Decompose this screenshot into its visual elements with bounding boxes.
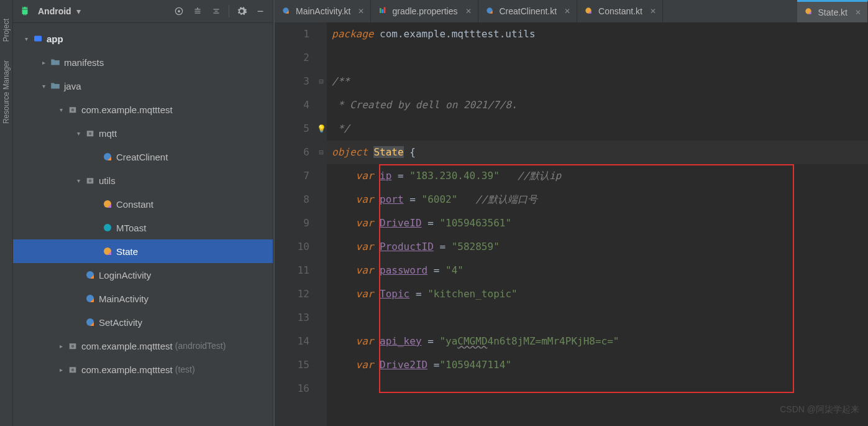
tree-mtoast[interactable]: MToast xyxy=(13,216,273,239)
tree-label: app xyxy=(47,34,63,44)
watermark: CSDN @阿柒学起来 xyxy=(780,397,859,421)
tree-hint: (androidTest) xyxy=(175,341,226,351)
tree-mainactivity[interactable]: MainActivity xyxy=(13,287,273,310)
kotlin-file-icon xyxy=(485,6,495,17)
tab-label: gradle.properties xyxy=(392,6,457,16)
code-editor[interactable]: package com.example.mqtttest.utils /** *… xyxy=(327,22,868,426)
svg-point-9 xyxy=(89,180,92,183)
package-icon xyxy=(84,127,96,139)
kotlin-class-icon xyxy=(84,269,96,280)
close-icon[interactable]: ✕ xyxy=(358,7,364,16)
gear-icon[interactable] xyxy=(233,2,250,20)
tree-app[interactable]: ▾ app xyxy=(13,27,273,50)
tree-java[interactable]: ▾ java xyxy=(13,74,273,98)
tab-mainactivity[interactable]: MainActivity.kt ✕ xyxy=(275,0,371,22)
tool-strip-resource-manager[interactable]: Resource Manager xyxy=(2,60,11,124)
package-icon xyxy=(66,104,79,115)
tree-label: MainActivity xyxy=(99,294,148,304)
tree-label: Constant xyxy=(116,199,153,210)
svg-point-17 xyxy=(71,345,75,348)
tree-hint: (test) xyxy=(175,364,195,374)
svg-point-19 xyxy=(71,369,75,372)
kotlin-object-icon xyxy=(101,198,114,210)
package-icon xyxy=(66,340,79,351)
tool-strip: Project Resource Manager xyxy=(0,0,13,426)
editor-body[interactable]: 1 2 3 4 5 6 7 8 9 10 11 12 13 14 15 16 ⊟ xyxy=(275,22,868,426)
close-icon[interactable]: ✕ xyxy=(465,7,472,16)
tab-gradle-properties[interactable]: gradle.properties ✕ xyxy=(371,0,478,22)
tree-constant[interactable]: Constant xyxy=(13,192,273,216)
tree-package-androidtest[interactable]: ▸ com.example.mqtttest (androidTest) xyxy=(13,334,273,358)
folder-icon xyxy=(49,57,62,68)
tree-creatclinent[interactable]: CreatClinent xyxy=(13,145,273,169)
kotlin-class-icon xyxy=(84,293,96,304)
fold-handle-icon[interactable]: ⊟ xyxy=(316,141,327,164)
svg-point-4 xyxy=(71,109,75,112)
select-file-icon[interactable] xyxy=(170,2,188,20)
project-sidebar: Android ▾ − ▾ app ▸ manifests xyxy=(13,0,273,426)
hide-panel-icon[interactable]: − xyxy=(252,2,269,20)
tree-state[interactable]: State xyxy=(13,239,273,263)
editor-area: MainActivity.kt ✕ gradle.properties ✕ Cr… xyxy=(275,0,868,426)
package-icon xyxy=(84,175,96,186)
module-icon xyxy=(32,33,44,44)
svg-point-1 xyxy=(178,10,180,12)
sidebar-header: Android ▾ − xyxy=(13,0,273,23)
collapse-all-icon[interactable] xyxy=(208,2,225,20)
tree-label: com.example.mqtttest xyxy=(81,364,173,375)
tab-label: MainActivity.kt xyxy=(296,6,350,16)
kotlin-file-icon xyxy=(583,6,593,17)
tab-creatclinent[interactable]: CreatClinent.kt ✕ xyxy=(478,0,578,22)
svg-rect-22 xyxy=(382,9,384,13)
tree-mqtt[interactable]: ▾ mqtt xyxy=(13,121,273,145)
kotlin-file-icon xyxy=(281,6,291,17)
tree-label: SetActivity xyxy=(99,317,142,328)
gradle-file-icon xyxy=(377,6,387,17)
intention-bulb-icon[interactable]: 💡 xyxy=(317,117,326,141)
svg-rect-21 xyxy=(380,8,381,13)
fold-handle-icon[interactable]: ⊟ xyxy=(316,70,327,93)
kotlin-object-icon xyxy=(101,246,114,257)
svg-rect-23 xyxy=(384,7,386,12)
svg-point-6 xyxy=(89,132,92,136)
tree-label: utils xyxy=(99,175,116,186)
tree-label: State xyxy=(116,246,138,257)
close-icon[interactable]: ✕ xyxy=(650,7,656,16)
tree-label: com.example.mqtttest xyxy=(81,104,173,115)
scroll-from-source-icon[interactable] xyxy=(189,2,206,20)
kotlin-class-icon xyxy=(101,222,114,233)
tree-label: mqtt xyxy=(99,128,117,139)
fold-gutter: ⊟ 💡 ⊟ xyxy=(316,22,327,426)
tool-strip-project[interactable]: Project xyxy=(2,19,11,42)
kotlin-class-icon xyxy=(84,317,96,328)
folder-icon xyxy=(49,80,62,91)
svg-rect-2 xyxy=(34,36,42,42)
tree-package-main[interactable]: ▾ com.example.mqtttest xyxy=(13,98,273,121)
close-icon[interactable]: ✕ xyxy=(564,7,570,16)
svg-point-11 xyxy=(104,224,111,231)
tab-label: CreatClinent.kt xyxy=(500,6,557,16)
tree-setactivity[interactable]: SetActivity xyxy=(13,310,273,334)
tab-label: State.kt xyxy=(818,7,847,17)
project-tree[interactable]: ▾ app ▸ manifests ▾ java ▾ com.example.m… xyxy=(13,23,273,426)
tree-package-test[interactable]: ▸ com.example.mqtttest (test) xyxy=(13,358,273,381)
tree-label: com.example.mqtttest xyxy=(81,341,173,351)
tab-label: Constant.kt xyxy=(598,6,642,16)
tree-label: manifests xyxy=(64,57,104,68)
close-icon[interactable]: ✕ xyxy=(855,8,861,17)
tree-label: MToast xyxy=(116,223,146,233)
tree-loginactivity[interactable]: LoginActivity xyxy=(13,263,273,287)
android-robot-icon xyxy=(19,5,30,18)
tree-label: LoginActivity xyxy=(99,270,151,280)
tree-manifests[interactable]: ▸ manifests xyxy=(13,50,273,74)
line-number-gutter: 1 2 3 4 5 6 7 8 9 10 11 12 13 14 15 16 xyxy=(275,22,316,426)
tree-utils[interactable]: ▾ utils xyxy=(13,169,273,192)
tree-label: CreatClinent xyxy=(116,152,168,162)
tab-constant[interactable]: Constant.kt ✕ xyxy=(577,0,663,22)
kotlin-file-icon xyxy=(803,6,813,18)
editor-tabs: MainActivity.kt ✕ gradle.properties ✕ Cr… xyxy=(275,0,868,22)
sidebar-title: Android xyxy=(38,6,71,16)
chevron-down-icon[interactable]: ▾ xyxy=(76,6,81,16)
tab-state[interactable]: State.kt ✕ xyxy=(797,0,868,22)
package-icon xyxy=(66,364,79,375)
